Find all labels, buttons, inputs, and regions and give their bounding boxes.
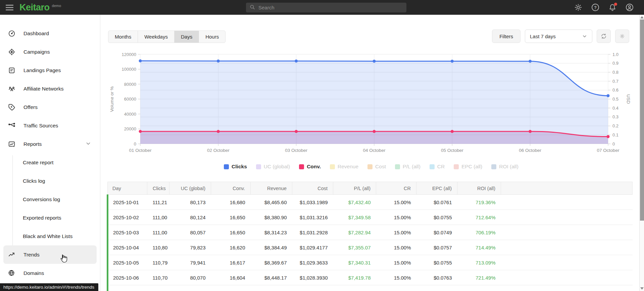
- table-cell: $0.0755: [416, 210, 457, 225]
- table-cell: 719.36%: [457, 195, 501, 210]
- svg-text:0.7: 0.7: [612, 79, 618, 84]
- table-cell: 16,650: [211, 225, 251, 240]
- column-header-revenue[interactable]: Revenue: [251, 182, 292, 195]
- sidebar-item-create-report[interactable]: Create report: [0, 153, 100, 172]
- column-header-conv-[interactable]: Conv.: [211, 182, 251, 195]
- table-cell: [501, 210, 633, 225]
- svg-text:0.5: 0.5: [612, 97, 618, 102]
- table-row: 2025-10-05110,7979,94116,617$8,369.67$1,…: [108, 255, 633, 270]
- table-cell: 79,823: [169, 240, 211, 255]
- svg-text:1.0: 1.0: [612, 52, 618, 57]
- table-cell: 712.64%: [457, 210, 501, 225]
- sidebar-item-clicks-log[interactable]: Clicks log: [0, 172, 100, 190]
- table-cell: 2025-10-04: [108, 240, 147, 255]
- table-cell: [501, 255, 633, 270]
- legend-swatch: [367, 164, 373, 169]
- column-header-uc-global-[interactable]: UC (global): [169, 182, 211, 195]
- column-header-epc-all-[interactable]: EPC (all): [416, 182, 457, 195]
- legend-item-epc-all-[interactable]: EPC (all): [454, 164, 482, 170]
- sidebar-item-landings-pages[interactable]: Landings Pages: [0, 61, 100, 79]
- help-button[interactable]: ?: [591, 3, 599, 11]
- sidebar-item-reports[interactable]: Reports: [0, 135, 100, 153]
- table-cell: 15.00%: [376, 225, 416, 240]
- table-cell: $0.0763: [416, 270, 457, 285]
- sidebar-item-trends[interactable]: Trends: [3, 245, 97, 264]
- table-cell: 714.49%: [457, 240, 501, 255]
- env-badge: demo: [52, 4, 61, 8]
- scrollbar-thumb[interactable]: [640, 19, 644, 221]
- table-cell: $8,384.49: [251, 240, 292, 255]
- table-cell: 713.09%: [457, 255, 501, 270]
- sidebar-item-exported-reports[interactable]: Exported reports: [0, 209, 100, 227]
- table-cell: $0.0761: [416, 195, 457, 210]
- table-cell: 15.00%: [376, 285, 416, 291]
- table-cell: 16,650: [211, 210, 251, 225]
- legend-item-cr[interactable]: CR: [430, 164, 445, 170]
- table-row: 2025-10-04110,8079,82316,620$8,384.49$1,…: [108, 240, 633, 255]
- sidebar-item-dashboard[interactable]: Dashboard: [0, 24, 100, 43]
- offers-icon: $: [8, 104, 15, 111]
- table-cell: 2025-10-03: [108, 225, 147, 240]
- account-button[interactable]: [626, 3, 634, 11]
- legend-label: Cost: [375, 164, 386, 170]
- domains-icon: [8, 270, 15, 277]
- traffic-icon: [8, 122, 15, 129]
- svg-text:Volume or %: Volume or %: [109, 86, 114, 112]
- global-search[interactable]: [246, 3, 406, 12]
- table-cell: 15.00%: [376, 210, 416, 225]
- sidebar-item-label: Clicks log: [23, 178, 45, 184]
- refresh-icon: [600, 33, 607, 40]
- sidebar-item-conversions-log[interactable]: Conversions log: [0, 190, 100, 209]
- legend-swatch: [224, 164, 229, 169]
- column-header-clicks[interactable]: Clicks: [147, 182, 169, 195]
- legend-item-roi-all-[interactable]: ROI (all): [491, 164, 518, 170]
- sidebar-item-label: Campaigns: [23, 49, 50, 55]
- sidebar-item-label: Trends: [23, 252, 40, 258]
- table-cell: 64,48: [147, 285, 169, 291]
- legend-item-p-l-all-[interactable]: P/L (all): [395, 164, 420, 170]
- column-header-filler: [501, 182, 633, 195]
- question-icon: ?: [591, 3, 599, 11]
- legend-item-clicks[interactable]: Clicks: [224, 164, 247, 170]
- menu-toggle-icon[interactable]: [0, 0, 15, 15]
- table-cell: 581.20%: [457, 285, 501, 291]
- sidebar-item-label: Exported reports: [23, 215, 61, 221]
- legend-item-revenue[interactable]: Revenue: [330, 164, 358, 170]
- topbar: Keitaro demo ?: [0, 0, 644, 15]
- table-cell: 111,00: [147, 210, 169, 225]
- sidebar-item-black-and-white-lists[interactable]: Black and White Lists: [0, 227, 100, 245]
- affiliate-icon: [8, 85, 15, 93]
- search-input[interactable]: [258, 5, 403, 10]
- legend-label: CR: [437, 164, 445, 170]
- legend-item-uc-global-[interactable]: UC (global): [256, 164, 290, 170]
- legend-label: P/L (all): [403, 164, 420, 170]
- sidebar-item-offers[interactable]: $Offers: [0, 98, 100, 116]
- legend-label: Revenue: [338, 164, 358, 170]
- legend-swatch: [256, 164, 261, 169]
- svg-text:$: $: [11, 105, 12, 108]
- scroll-down-arrow[interactable]: [640, 287, 644, 290]
- table-cell: $0.0755: [416, 255, 457, 270]
- sidebar-item-affiliate-networks[interactable]: Affiliate Networks: [0, 79, 100, 98]
- sidebar-item-domains[interactable]: Domains: [0, 264, 100, 282]
- legend-item-cost[interactable]: Cost: [367, 164, 386, 170]
- gear-small-icon: [620, 34, 625, 39]
- legend-label: UC (global): [264, 164, 290, 170]
- notifications-button[interactable]: [608, 3, 616, 11]
- table-cell: 79,941: [169, 255, 211, 270]
- table-cell: 80,173: [169, 195, 211, 210]
- column-header-roi-all-[interactable]: ROI (all): [457, 182, 501, 195]
- sidebar-item-campaigns[interactable]: Campaigns: [0, 43, 100, 61]
- sidebar-item-traffic-sources[interactable]: Traffic Sources: [0, 116, 100, 135]
- settings-button[interactable]: [574, 3, 582, 11]
- legend-label: ROI (all): [499, 164, 518, 170]
- table-cell: 44,457: [169, 285, 211, 291]
- column-header-cost[interactable]: Cost: [292, 182, 333, 195]
- legend-item-conv-[interactable]: Conv.: [299, 164, 321, 170]
- column-header-p-l-all-[interactable]: P/L (all): [333, 182, 376, 195]
- scroll-up-arrow[interactable]: [640, 16, 644, 18]
- column-header-day[interactable]: Day: [108, 182, 147, 195]
- column-header-cr[interactable]: CR: [376, 182, 416, 195]
- svg-text:03 October: 03 October: [285, 148, 307, 153]
- svg-text:80000: 80000: [124, 82, 136, 87]
